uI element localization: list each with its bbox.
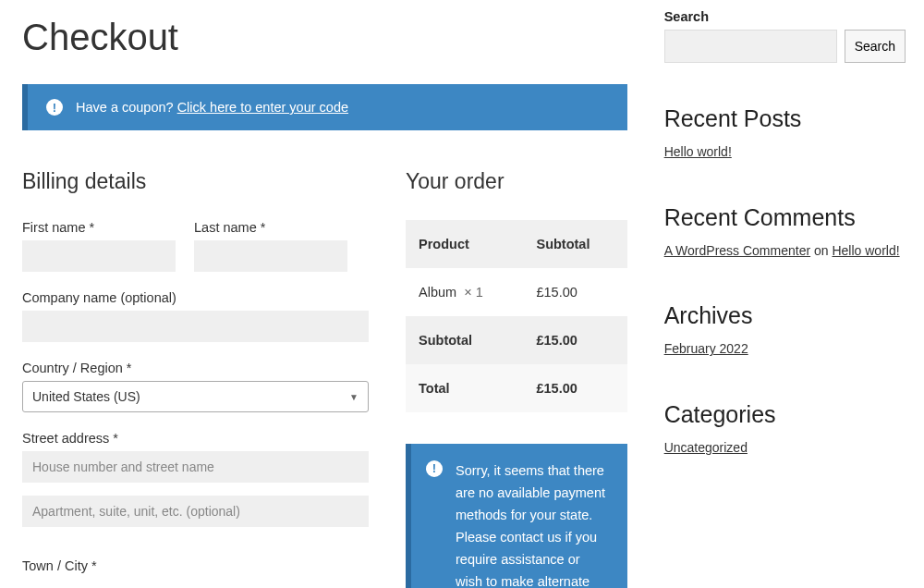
total-label: Total: [406, 364, 523, 412]
total-value: £15.00: [523, 364, 626, 412]
subtotal-value: £15.00: [523, 316, 626, 364]
street-line2-input[interactable]: [22, 496, 369, 527]
search-label: Search: [664, 9, 906, 24]
recent-posts-heading: Recent Posts: [664, 105, 906, 132]
billing-heading: Billing details: [22, 169, 369, 194]
recent-comments-heading: Recent Comments: [664, 204, 906, 231]
street-line1-input[interactable]: [22, 451, 369, 483]
first-name-input[interactable]: [22, 240, 176, 272]
search-button[interactable]: Search: [845, 30, 906, 63]
subtotal-label: Subtotal: [406, 316, 523, 364]
company-input[interactable]: [22, 311, 369, 342]
payment-error-text: Sorry, it seems that there are no availa…: [456, 460, 609, 588]
town-label: Town / City *: [22, 558, 369, 573]
item-qty: × 1: [464, 285, 483, 300]
street-label: Street address *: [22, 431, 369, 446]
list-item: A WordPress Commenter on Hello world!: [664, 242, 906, 261]
col-product: Product: [406, 220, 523, 268]
info-icon: !: [426, 460, 443, 477]
order-heading: Your order: [406, 169, 627, 194]
coupon-text: Have a coupon?: [76, 100, 177, 115]
archive-link[interactable]: February 2022: [664, 341, 748, 356]
last-name-label: Last name *: [194, 220, 347, 235]
last-name-input[interactable]: [194, 240, 347, 272]
col-subtotal: Subtotal: [523, 220, 626, 268]
coupon-link[interactable]: Click here to enter your code: [177, 100, 348, 115]
comment-post-link[interactable]: Hello world!: [832, 243, 899, 258]
categories-heading: Categories: [664, 401, 906, 428]
item-subtotal: £15.00: [523, 268, 626, 316]
country-label: Country / Region *: [22, 361, 369, 375]
recent-post-link[interactable]: Hello world!: [664, 144, 732, 159]
table-row: Album × 1 £15.00: [406, 268, 627, 316]
first-name-label: First name *: [22, 220, 176, 235]
comment-on-text: on: [810, 243, 832, 258]
page-title: Checkout: [22, 17, 627, 58]
order-table: Product Subtotal Album × 1 £15.00: [406, 220, 627, 412]
country-select[interactable]: United States (US) ▼: [22, 381, 369, 412]
comment-author-link[interactable]: A WordPress Commenter: [664, 243, 810, 258]
item-name: Album: [419, 285, 456, 300]
coupon-notice-text: Have a coupon? Click here to enter your …: [76, 100, 348, 115]
country-selected: United States (US): [32, 389, 140, 404]
archives-heading: Archives: [664, 302, 906, 329]
search-input[interactable]: [664, 30, 837, 63]
category-link[interactable]: Uncategorized: [664, 440, 748, 455]
info-icon: !: [46, 99, 63, 116]
payment-error-notice: ! Sorry, it seems that there are no avai…: [406, 444, 627, 588]
chevron-down-icon: ▼: [349, 392, 359, 402]
coupon-notice: ! Have a coupon? Click here to enter you…: [22, 84, 627, 130]
company-label: Company name (optional): [22, 290, 369, 305]
